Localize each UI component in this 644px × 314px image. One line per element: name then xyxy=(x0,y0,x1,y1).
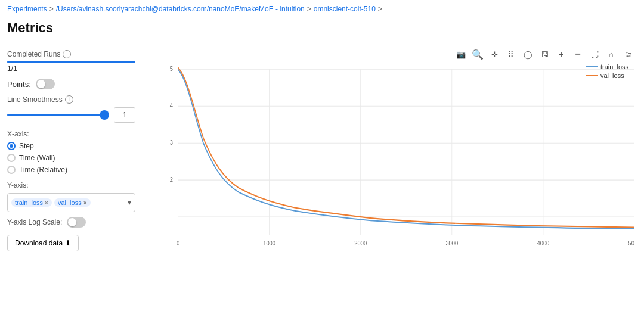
toolbar-lasso[interactable]: ◯ xyxy=(521,48,534,61)
toolbar-camera[interactable]: 📷 xyxy=(454,48,467,61)
chart-toolbar: 📷 🔍 ✛ ⠿ ◯ 🖫 + − ⛶ ⌂ 🗂 xyxy=(153,48,634,61)
completed-runs-value: 1/1 xyxy=(7,64,135,73)
yaxis-tag-train-loss[interactable]: train_loss × xyxy=(11,198,52,207)
svg-text:2000: 2000 xyxy=(354,240,367,247)
toolbar-home[interactable]: ⌂ xyxy=(605,48,618,61)
breadcrumb-experiments[interactable]: Experiments xyxy=(7,5,47,13)
breadcrumb-run-name[interactable]: omniscient-colt-510 xyxy=(314,5,376,13)
toolbar-pan[interactable]: ⠿ xyxy=(504,48,518,61)
download-icon: ⬇ xyxy=(65,239,71,247)
toolbar-zoom-in[interactable]: 🔍 xyxy=(471,48,484,61)
breadcrumb: Experiments > /Users/avinash.sooriyarach… xyxy=(0,0,644,18)
chart-container: 5 4 3 2 0 1000 2000 3000 4000 5000 xyxy=(153,63,634,254)
chart-legend: train_loss val_loss xyxy=(586,63,628,79)
svg-text:5: 5 xyxy=(170,66,173,73)
breadcrumb-run-path[interactable]: /Users/avinash.sooriyarachchi@databricks… xyxy=(56,5,305,13)
smoothness-slider[interactable] xyxy=(7,114,109,116)
sidebar: Completed Runs i 1/1 Points: Line Smooth… xyxy=(0,43,143,309)
toolbar-snapshot[interactable]: 🗂 xyxy=(621,48,634,61)
toolbar-save[interactable]: 🖫 xyxy=(538,48,551,61)
legend-val-loss: val_loss xyxy=(586,72,628,79)
smoothness-label: Line Smoothness xyxy=(7,95,63,104)
svg-text:0: 0 xyxy=(177,240,179,247)
legend-train-loss: train_loss xyxy=(586,63,628,70)
xaxis-time-wall-option[interactable]: Time (Wall) xyxy=(7,154,135,162)
svg-text:3000: 3000 xyxy=(445,240,458,247)
toolbar-zoom-minus[interactable]: − xyxy=(571,48,584,61)
svg-text:3: 3 xyxy=(170,139,173,146)
xaxis-label: X-axis: xyxy=(7,130,135,138)
train-loss-line xyxy=(178,69,634,228)
chart-area: 📷 🔍 ✛ ⠿ ◯ 🖫 + − ⛶ ⌂ 🗂 xyxy=(143,43,644,309)
completed-runs-info-icon[interactable]: i xyxy=(63,50,71,58)
download-button[interactable]: Download data ⬇ xyxy=(7,235,79,251)
yaxis-select[interactable]: train_loss × val_loss × ▾ xyxy=(7,193,135,212)
completed-runs-label: Completed Runs xyxy=(7,50,60,58)
val-loss-line xyxy=(178,67,634,227)
yaxis-label: Y-axis: xyxy=(7,181,135,189)
svg-text:4: 4 xyxy=(170,102,173,110)
toolbar-zoom-plus[interactable]: + xyxy=(555,48,568,61)
chart-svg: 5 4 3 2 0 1000 2000 3000 4000 5000 xyxy=(153,63,634,254)
xaxis-time-relative-option[interactable]: Time (Relative) xyxy=(7,166,135,174)
svg-text:5000: 5000 xyxy=(628,240,634,247)
xaxis-radio-group: Step Time (Wall) Time (Relative) xyxy=(7,142,135,174)
toolbar-fullscreen[interactable]: ⛶ xyxy=(588,48,601,61)
svg-text:4000: 4000 xyxy=(537,240,550,247)
svg-text:2: 2 xyxy=(170,176,173,183)
page-title: Metrics xyxy=(0,18,644,43)
smoothness-info-icon[interactable]: i xyxy=(65,95,73,104)
points-label: Points: xyxy=(7,80,31,89)
completed-runs-progress: 1/1 xyxy=(7,61,135,73)
log-scale-toggle[interactable] xyxy=(67,217,86,228)
xaxis-step-option[interactable]: Step xyxy=(7,142,135,150)
yaxis-tag-val-loss[interactable]: val_loss × xyxy=(54,198,91,207)
smoothness-value: 1 xyxy=(114,107,135,123)
points-toggle[interactable] xyxy=(36,79,55,89)
toolbar-crosshair[interactable]: ✛ xyxy=(488,48,501,61)
log-scale-label: Y-axis Log Scale: xyxy=(7,218,62,226)
yaxis-dropdown-arrow: ▾ xyxy=(128,198,131,207)
svg-text:1000: 1000 xyxy=(263,240,275,247)
